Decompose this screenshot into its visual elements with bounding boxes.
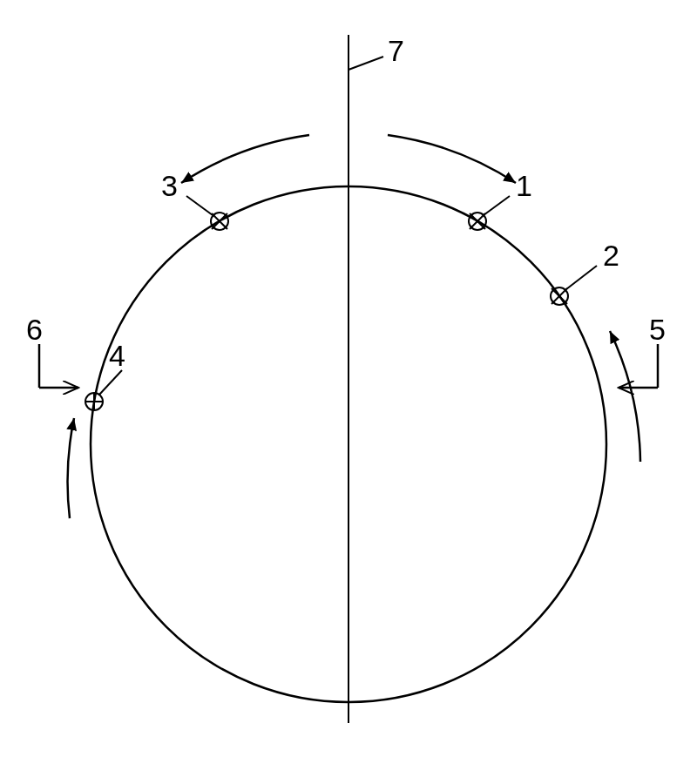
label-6: 6 <box>26 313 43 346</box>
label-2: 2 <box>603 239 619 272</box>
diagram-svg: 1 2 3 4 5 6 7 <box>0 0 697 784</box>
label-4: 4 <box>109 339 125 372</box>
point-4 <box>85 393 103 410</box>
label-3: 3 <box>161 169 178 202</box>
label-7: 7 <box>388 34 404 67</box>
arc-top-right <box>388 135 516 183</box>
arc-top-left <box>181 135 309 183</box>
point-3 <box>211 213 228 230</box>
point-2 <box>551 287 568 305</box>
leader-4 <box>99 370 122 395</box>
arc-right-mid <box>610 331 640 462</box>
arc-left-mid <box>68 418 74 518</box>
leader-3 <box>186 196 213 215</box>
side-arrow-6 <box>39 344 78 388</box>
label-5: 5 <box>649 313 666 346</box>
label-1: 1 <box>516 169 532 202</box>
leader-7 <box>348 57 383 70</box>
leader-2 <box>566 266 597 289</box>
leader-1 <box>484 196 510 215</box>
